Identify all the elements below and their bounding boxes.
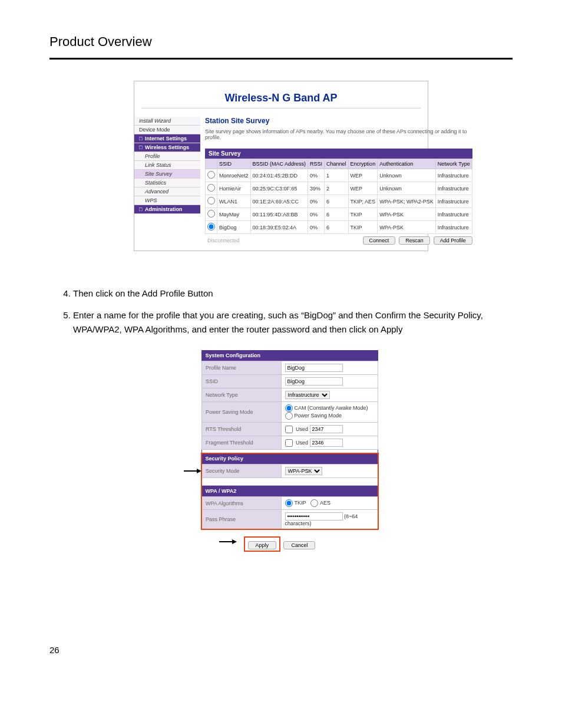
instruction-step-5: Enter a name for the profile that you ar… (73, 308, 513, 336)
cell-enc: WEP (348, 169, 378, 182)
router-banner-title: Wireless-N G Band AP (224, 92, 337, 104)
station-site-survey-heading: Station Site Survey (205, 117, 472, 125)
cell-rssi: 39% (308, 182, 325, 195)
frag-used-checkbox[interactable] (285, 439, 293, 447)
nav-item-label: Install Wizard (139, 118, 171, 124)
page-number: 26 (49, 645, 513, 655)
nav-item-internet-settings[interactable]: □Internet Settings (134, 134, 200, 143)
arrow-indicator-icon (219, 538, 237, 546)
system-configuration-header: System Configuration (202, 350, 378, 361)
security-mode-select[interactable]: WPA-PSK (285, 467, 322, 475)
rescan-button[interactable]: Rescan (399, 236, 430, 245)
svg-marker-3 (232, 539, 237, 544)
nav-item-label: Administration (145, 206, 183, 212)
table-row[interactable]: MonroeNet200:24:01:45:2B:DD0%1WEPUnknown… (206, 169, 472, 182)
apply-button[interactable]: Apply (248, 541, 277, 549)
ap-select-radio[interactable] (207, 197, 215, 205)
cam-radio-label[interactable]: CAM (Constantly Awake Mode) (285, 405, 368, 411)
ap-select-radio[interactable] (207, 223, 215, 230)
instruction-step-4: Then click on the Add Profile Button (73, 286, 513, 300)
cell-bssid: 00:25:9C:C3:0F:65 (250, 182, 308, 195)
network-type-select[interactable]: Infrastructure (285, 391, 330, 399)
cam-radio[interactable] (285, 404, 293, 412)
cell-enc: TKIP (348, 221, 378, 234)
cell-enc: TKIP (348, 208, 378, 221)
cell-bssid: 00:1E:2A:69:A5:CC (250, 195, 308, 208)
cell-ssid: MayMay (217, 208, 251, 221)
cell-ch: 1 (325, 169, 349, 182)
cell-ch: 6 (325, 208, 349, 221)
cell-ssid: BigDog (217, 221, 251, 234)
table-row[interactable]: HomieAir00:25:9C:C3:0F:6539%2WEPUnknownI… (206, 182, 472, 195)
profile-name-label: Profile Name (202, 361, 282, 374)
rts-threshold-input[interactable] (310, 425, 343, 433)
survey-column-header: Network Type (435, 159, 472, 169)
router-nav: Install WizardDevice Mode□Internet Setti… (134, 117, 200, 251)
ap-select-radio[interactable] (207, 171, 215, 179)
rts-threshold-label: RTS Threshold (202, 422, 282, 436)
ssid-label: SSID (202, 374, 282, 388)
site-survey-screenshot: Wireless-N G Band AP Install WizardDevic… (134, 81, 428, 251)
cell-ssid: WLAN1 (217, 195, 251, 208)
cell-rssi: 0% (308, 169, 325, 182)
table-row[interactable]: WLAN100:1E:2A:69:A5:CC0%6TKIP; AESWPA-PS… (206, 195, 472, 208)
rts-used-checkbox[interactable] (285, 426, 293, 433)
aes-radio-label[interactable]: AES (310, 500, 330, 506)
cell-enc: WEP (348, 182, 378, 195)
cell-ch: 2 (325, 182, 349, 195)
nav-item-label: Wireless Settings (145, 144, 189, 150)
nav-item-site-survey[interactable]: Site Survey (134, 170, 200, 179)
cell-ntype: Infrastructure (435, 182, 472, 195)
survey-column-header: Encryption (348, 159, 378, 169)
instruction-list: Then click on the Add Profile Button Ent… (49, 286, 513, 336)
nav-item-administration[interactable]: □Administration (134, 205, 200, 214)
nav-item-profile[interactable]: Profile (134, 152, 200, 161)
wpa-algorithms-label: WPA Algorithms (202, 497, 282, 510)
power-saving-mode-label: Power Saving Mode (202, 401, 282, 422)
cell-bssid: 00:11:95:4D:A8:BB (250, 208, 308, 221)
arrow-indicator-icon (184, 467, 201, 475)
nav-item-label: Advanced (145, 189, 168, 195)
cell-bssid: 00:24:01:45:2B:DD (250, 169, 308, 182)
nav-item-install-wizard[interactable]: Install Wizard (134, 117, 200, 126)
fragment-threshold-input[interactable] (310, 439, 343, 447)
nav-item-advanced[interactable]: Advanced (134, 187, 200, 196)
cell-ntype: Infrastructure (435, 169, 472, 182)
ssid-input[interactable] (285, 377, 343, 386)
nav-item-device-mode[interactable]: Device Mode (134, 126, 200, 134)
nav-item-label: Profile (145, 153, 160, 159)
connect-button[interactable]: Connect (363, 236, 396, 245)
add-profile-button[interactable]: Add Profile (434, 236, 472, 245)
cell-enc: TKIP; AES (348, 195, 378, 208)
cell-ch: 6 (325, 195, 349, 208)
ap-select-radio[interactable] (207, 184, 215, 192)
aes-radio[interactable] (310, 499, 318, 507)
station-site-survey-desc: Site survey page shows information of AP… (205, 129, 472, 140)
connection-status: Disconnected (205, 238, 359, 243)
site-survey-table-header: Site Survey (205, 149, 472, 159)
cell-rssi: 0% (308, 221, 325, 234)
nav-item-link-status[interactable]: Link Status (134, 161, 200, 170)
fragment-threshold-label: Fragment Threshold (202, 436, 282, 449)
table-row[interactable]: BigDog00:18:39:E5:02:4A0%6TKIPWPA-PSKInf… (206, 221, 472, 234)
cell-rssi: 0% (308, 208, 325, 221)
profile-name-input[interactable] (285, 364, 343, 372)
cancel-button[interactable]: Cancel (283, 541, 315, 549)
tkip-radio[interactable] (285, 499, 293, 507)
tkip-radio-label[interactable]: TKIP (285, 500, 306, 506)
psm-radio[interactable] (285, 412, 293, 420)
nav-item-label: Site Survey (145, 171, 172, 177)
survey-column-header: BSSID (MAC Address) (250, 159, 308, 169)
nav-item-wps[interactable]: WPS (134, 196, 200, 205)
pass-phrase-input[interactable] (285, 512, 343, 521)
nav-item-wireless-settings[interactable]: □Wireless Settings (134, 143, 200, 152)
ap-select-radio[interactable] (207, 210, 215, 218)
table-row[interactable]: MayMay00:11:95:4D:A8:BB0%6TKIPWPA-PSKInf… (206, 208, 472, 221)
pass-phrase-label: Pass Phrase (202, 510, 282, 529)
survey-column-header: RSSI (308, 159, 325, 169)
survey-column-header: SSID (217, 159, 251, 169)
cell-ssid: MonroeNet2 (217, 169, 251, 182)
cell-auth: WPA-PSK (378, 221, 436, 234)
psm-radio-label[interactable]: Power Saving Mode (285, 413, 342, 419)
nav-item-statistics[interactable]: Statistics (134, 179, 200, 187)
